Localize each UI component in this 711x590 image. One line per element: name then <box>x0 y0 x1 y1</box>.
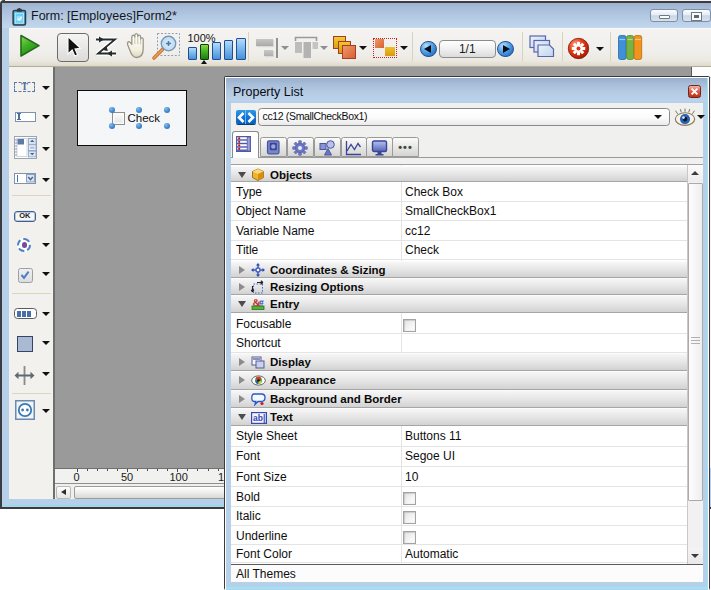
svg-text:#: # <box>259 298 264 308</box>
svg-text:ab|: ab| <box>253 413 265 423</box>
